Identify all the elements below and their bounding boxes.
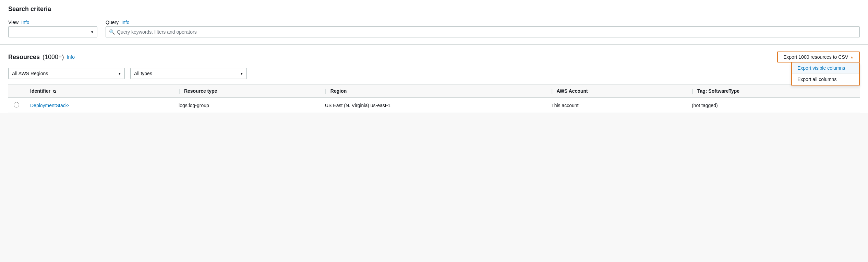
resources-section: Resources (1000+) Info Export 1000 resou… <box>0 45 868 113</box>
search-criteria-section: Search criteria View Info Default view ▼ <box>0 0 868 45</box>
export-arrow-up-icon: ▲ <box>850 55 854 59</box>
row-aws-account-cell: This account <box>546 98 686 113</box>
row-identifier-cell: DeploymentStack- <box>25 98 173 113</box>
table-header: Identifier ⧉ | Resource type | Region | … <box>8 85 860 98</box>
col-separator-4: | <box>692 88 693 94</box>
row-radio-cell <box>8 98 25 113</box>
table-header-resource-type: | Resource type <box>173 85 320 98</box>
aws-account-header-label: AWS Account <box>556 88 588 94</box>
table-row: DeploymentStack- logs:log-group US East … <box>8 98 860 113</box>
query-info-link[interactable]: Info <box>121 20 129 25</box>
row-identifier-link[interactable]: DeploymentStack- <box>30 103 69 108</box>
export-dropdown-menu: Export visible columns Export all column… <box>791 62 860 86</box>
page-wrapper: Search criteria View Info Default view ▼ <box>0 0 868 262</box>
resources-table: Identifier ⧉ | Resource type | Region | … <box>8 84 860 113</box>
row-region-cell: US East (N. Virginia) us-east-1 <box>320 98 546 113</box>
table-header-region: | Region <box>320 85 546 98</box>
row-software-type-cell: (not tagged) <box>686 98 860 113</box>
row-radio-input[interactable] <box>14 102 19 107</box>
export-all-columns-item[interactable]: Export all columns <box>792 74 859 85</box>
view-field-group: View Info Default view ▼ <box>8 20 97 37</box>
resource-type-header-label: Resource type <box>184 88 217 94</box>
export-csv-button[interactable]: Export 1000 resources to CSV ▲ <box>777 52 860 62</box>
row-resource-type-cell: logs:log-group <box>173 98 320 113</box>
resources-header: Resources (1000+) Info Export 1000 resou… <box>8 52 860 62</box>
identifier-header-label: Identifier <box>30 88 50 94</box>
view-label-row: View Info <box>8 20 97 25</box>
view-label: View <box>8 20 19 25</box>
view-select-wrapper: Default view ▼ <box>8 26 97 37</box>
query-label: Query <box>106 20 119 25</box>
table-header-identifier: Identifier ⧉ <box>25 85 173 98</box>
regions-filter-wrapper: All AWS Regions ▼ <box>8 68 125 79</box>
types-filter-select[interactable]: All types <box>130 68 247 79</box>
types-filter-wrapper: All types ▼ <box>130 68 247 79</box>
view-select[interactable]: Default view <box>8 26 97 37</box>
table-header-row: Identifier ⧉ | Resource type | Region | … <box>8 85 860 98</box>
resources-title-row: Resources (1000+) Info <box>8 54 75 61</box>
search-fields-row: View Info Default view ▼ Query Info <box>8 20 860 37</box>
regions-filter-select[interactable]: All AWS Regions <box>8 68 125 79</box>
resources-info-link[interactable]: Info <box>67 54 75 60</box>
col-separator-1: | <box>179 88 180 94</box>
identifier-external-link-icon: ⧉ <box>53 89 56 94</box>
resources-title: Resources <box>8 54 40 61</box>
col-separator-2: | <box>325 88 326 94</box>
query-field-group: Query Info 🔍 <box>106 20 860 37</box>
table-header-aws-account: | AWS Account <box>546 85 686 98</box>
region-header-label: Region <box>330 88 347 94</box>
col-separator-3: | <box>551 88 553 94</box>
query-input-wrapper: 🔍 <box>106 26 860 37</box>
export-button-label: Export 1000 resources to CSV <box>783 54 848 60</box>
table-header-radio <box>8 85 25 98</box>
export-visible-columns-item[interactable]: Export visible columns <box>792 62 859 74</box>
query-label-row: Query Info <box>106 20 860 25</box>
export-dropdown-container: Export 1000 resources to CSV ▲ Export vi… <box>777 52 860 62</box>
table-header-software-type: | Tag: SoftwareType <box>686 85 860 98</box>
software-type-header-label: Tag: SoftwareType <box>697 88 739 94</box>
table-body: DeploymentStack- logs:log-group US East … <box>8 98 860 113</box>
resources-count: (1000+) <box>43 54 64 61</box>
page-title: Search criteria <box>8 5 860 13</box>
view-info-link[interactable]: Info <box>21 20 29 25</box>
query-input[interactable] <box>106 26 860 37</box>
filters-row: All AWS Regions ▼ All types ▼ ‹ 1 2 › <box>8 68 860 79</box>
